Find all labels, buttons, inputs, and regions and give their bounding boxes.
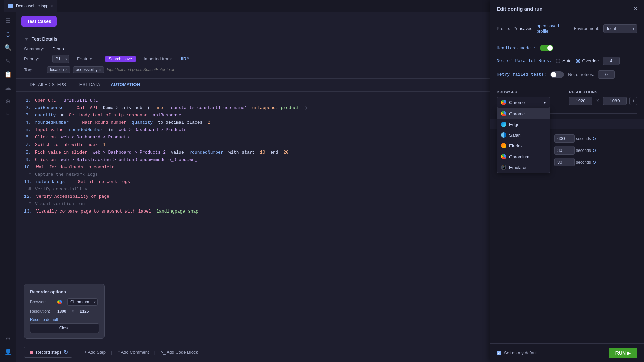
- profile-row: Profile: *unsaved open saved profile Env…: [497, 23, 637, 34]
- browser-option-edge[interactable]: Edge: [497, 119, 550, 130]
- res-width-input[interactable]: [569, 97, 592, 105]
- sidebar-icon-search[interactable]: 🔍: [2, 42, 14, 54]
- browser-col: BROWSER Chrome ▾ Chrome: [497, 90, 564, 108]
- add-step-link[interactable]: + Add Step: [84, 350, 106, 355]
- tags-label: Tags:: [24, 67, 44, 72]
- headless-row: Headless mode :: [497, 45, 637, 51]
- browser-select-button[interactable]: Chrome ▾: [497, 97, 550, 108]
- recorder-browser-row: Browser: ChromiumChromeFirefox: [30, 298, 99, 306]
- resolution-section: X +: [569, 97, 637, 105]
- recorder-title: Recorder options: [30, 289, 99, 294]
- headless-toggle[interactable]: [540, 45, 553, 51]
- close-recorder-popup-button[interactable]: Close: [30, 323, 99, 333]
- chrome-menu-icon: [501, 111, 506, 116]
- browser-select-wrapper: ChromiumChromeFirefox: [67, 298, 98, 306]
- sidebar-icon-cloud[interactable]: ☁: [2, 82, 14, 94]
- retry-count-input[interactable]: [598, 70, 615, 79]
- headless-label: Headless mode :: [497, 46, 536, 51]
- action-timeout-input-wrapper: seconds ↻: [554, 146, 596, 155]
- edge-menu-icon: [501, 122, 506, 127]
- config-panel-header: Edit config and run ×: [490, 0, 644, 18]
- tag-location-remove[interactable]: ×: [65, 68, 67, 72]
- browser-option-chromium[interactable]: Chromium: [497, 151, 550, 162]
- sidebar-icon-branch[interactable]: ⑂: [2, 109, 14, 121]
- feature-label: Feature:: [77, 56, 97, 61]
- tab-favicon: [8, 4, 13, 8]
- checkbox-box: ✓: [497, 351, 501, 355]
- browser-option-safari[interactable]: Safari: [497, 130, 550, 140]
- selected-browser-label: Chrome: [509, 100, 525, 105]
- import-link[interactable]: JIRA: [180, 56, 190, 61]
- add-resolution-button[interactable]: +: [629, 97, 637, 105]
- action-timeout-reset-icon[interactable]: ↻: [592, 148, 596, 153]
- priority-select[interactable]: P1P2P3: [52, 55, 69, 63]
- parallel-label: No. of Parallel Runs:: [497, 58, 552, 63]
- chromium-menu-icon: [501, 154, 506, 159]
- res-height: 1126: [80, 309, 89, 314]
- tag-input[interactable]: [107, 67, 174, 72]
- retry-toggle[interactable]: [550, 71, 564, 78]
- sidebar-icon-settings[interactable]: ⚙: [2, 333, 14, 345]
- imported-label: Imported from:: [144, 56, 172, 61]
- browser-option-emulator[interactable]: 📱 Emulator: [497, 162, 550, 173]
- tab-test-data[interactable]: TEST DATA: [71, 79, 105, 91]
- parallel-count-input[interactable]: [603, 57, 620, 65]
- element-timeout-reset-icon[interactable]: ↻: [592, 136, 596, 141]
- sidebar-icon-user[interactable]: 👤: [2, 346, 14, 358]
- retry-label: Retry failed tests:: [497, 72, 546, 77]
- browser-dropdown: Chrome ▾ Chrome Edge: [497, 97, 564, 108]
- priority-wrapper: P1P2P3: [52, 55, 69, 63]
- sidebar-icon-edit[interactable]: ✎: [2, 55, 14, 67]
- add-code-link[interactable]: >_ Add Code Block: [161, 350, 198, 355]
- open-profile-link[interactable]: open saved profile: [537, 23, 570, 34]
- auto-radio-dot: [556, 59, 560, 63]
- record-refresh-icon[interactable]: ↻: [64, 349, 68, 355]
- test-cases-button[interactable]: Test Cases: [21, 16, 57, 27]
- parallel-auto-radio[interactable]: Auto: [556, 58, 572, 63]
- record-dot-icon: ⏺: [29, 349, 34, 355]
- chevron-icon[interactable]: ▼: [24, 36, 29, 42]
- sidebar-icon-home[interactable]: ⬡: [2, 28, 14, 40]
- override-radio-dot: [576, 59, 580, 63]
- run-final-button[interactable]: RUN ▶: [609, 348, 637, 358]
- browser-option-firefox[interactable]: Firefox: [497, 140, 550, 151]
- chromium-icon: [57, 300, 62, 304]
- tab-automation[interactable]: AUTOMATION: [105, 79, 145, 91]
- emulator-menu-icon: 📱: [501, 165, 506, 170]
- left-sidebar: ☰ ⬡ 🔍 ✎ 📋 ☁ ⊕ ⑂ ⚙ 👤: [0, 12, 16, 362]
- set-default-checkbox[interactable]: ✓ Set as my default: [497, 350, 538, 355]
- reset-default-link[interactable]: Reset to default: [30, 317, 58, 322]
- recorder-resolution-row: Resolution: 1300 X 1126: [30, 309, 99, 314]
- sidebar-icon-list[interactable]: 📋: [2, 68, 14, 80]
- browser-option-chrome[interactable]: Chrome: [497, 108, 550, 119]
- safari-menu-icon: [501, 132, 506, 138]
- action-timeout-input[interactable]: [554, 146, 575, 155]
- feature-badge: Search_save: [105, 56, 136, 62]
- sidebar-icon-plus[interactable]: ⊕: [2, 95, 14, 107]
- parallel-override-radio[interactable]: Override: [576, 58, 599, 63]
- config-panel-close-button[interactable]: ×: [634, 5, 637, 12]
- record-steps-button[interactable]: ⏺ Record steps ↻: [24, 347, 72, 358]
- add-comment-link[interactable]: # Add Comment: [117, 350, 149, 355]
- config-panel-body: Profile: *unsaved open saved profile Env…: [490, 18, 644, 340]
- sidebar-icon-menu[interactable]: ☰: [2, 15, 14, 27]
- res-height-input[interactable]: [603, 97, 627, 105]
- dropdown-chevron: ▾: [544, 100, 546, 105]
- url-timeout-input[interactable]: [554, 158, 575, 166]
- res-separator: X: [596, 99, 599, 103]
- element-timeout-input[interactable]: [554, 134, 575, 143]
- recorder-browser-select[interactable]: ChromiumChromeFirefox: [67, 298, 98, 306]
- chrome-icon: [501, 100, 506, 105]
- url-timeout-reset-icon[interactable]: ↻: [592, 160, 596, 165]
- element-timeout-input-wrapper: seconds ↻: [554, 134, 596, 143]
- environment-select[interactable]: localstagingproduction: [603, 24, 637, 33]
- res-x: X: [72, 309, 74, 314]
- url-timeout-unit: seconds: [576, 160, 591, 165]
- tab-close-icon[interactable]: ×: [50, 3, 53, 9]
- checkbox-check: ✓: [498, 351, 500, 355]
- divider-2: [497, 84, 637, 84]
- editor-tab[interactable]: Demo.web.tc.tspp ×: [4, 0, 57, 12]
- tab-detailed-steps[interactable]: DETAILED STEPS: [24, 79, 71, 91]
- resolution-col-header: RESOLUTIONS: [569, 90, 637, 94]
- tag-accessibility-remove[interactable]: ×: [99, 68, 101, 72]
